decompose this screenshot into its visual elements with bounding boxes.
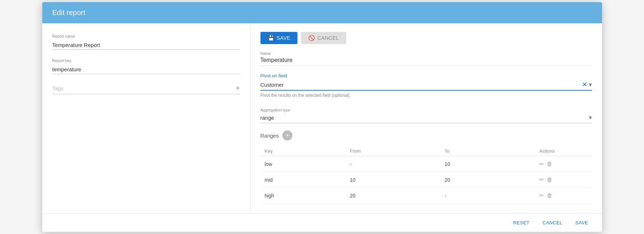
pivot-label: Pivot on field <box>260 73 592 78</box>
delete-range-button[interactable]: 🗑 <box>547 192 553 199</box>
range-from: 10 <box>345 172 440 188</box>
footer-reset-button[interactable]: RESET <box>509 218 533 228</box>
save-label: SAVE <box>277 35 290 41</box>
pivot-field-row: Customer ✕ ▾ <box>260 81 592 91</box>
col-header-key: Key <box>260 146 346 156</box>
dialog-header: Edit report <box>42 2 602 23</box>
pivot-field-value: Customer <box>260 82 582 88</box>
range-actions: ✏ 🗑 <box>535 172 592 188</box>
cancel-button[interactable]: 🚫 CANCEL <box>301 32 346 44</box>
pivot-clear-icon[interactable]: ✕ <box>582 81 587 89</box>
add-range-button[interactable]: + <box>282 130 292 140</box>
report-name-input[interactable] <box>52 40 240 50</box>
ranges-table: Key From To Actions low - 10 ✏ 🗑 mid 1 <box>260 146 592 204</box>
edit-range-button[interactable]: ✏ <box>539 192 544 199</box>
pivot-field-actions: ✕ ▾ <box>582 81 592 89</box>
range-to: - <box>440 188 535 204</box>
action-buttons: 💾 SAVE 🚫 CANCEL <box>260 32 592 44</box>
table-row: low - 10 ✏ 🗑 <box>260 156 592 172</box>
agg-section: Aggregation type range ▾ <box>260 108 592 130</box>
range-key: high <box>260 188 346 204</box>
table-row: high 20 - ✏ 🗑 <box>260 188 592 204</box>
save-icon: 💾 <box>268 35 275 41</box>
ranges-header: Ranges + <box>260 130 592 140</box>
left-panel: Report name Report key Tags + <box>42 23 250 213</box>
dialog-title: Edit report <box>52 9 592 17</box>
range-key: mid <box>260 172 346 188</box>
range-from: - <box>345 156 440 172</box>
ranges-title: Ranges <box>260 133 279 139</box>
edit-report-dialog: Edit report Report name Report key Tags … <box>42 2 602 232</box>
edit-range-button[interactable]: ✏ <box>539 161 544 167</box>
agg-value: range <box>260 115 589 121</box>
agg-label: Aggregation type <box>260 108 592 112</box>
report-name-group: Report name <box>52 34 240 50</box>
report-key-input[interactable] <box>52 65 240 74</box>
cancel-icon: 🚫 <box>308 35 315 41</box>
add-tag-icon[interactable]: + <box>236 84 240 92</box>
range-actions: ✏ 🗑 <box>535 188 592 204</box>
agg-select-row[interactable]: range ▾ <box>260 114 592 123</box>
dialog-footer: RESET CANCEL SAVE <box>42 213 602 232</box>
report-key-label: Report key <box>52 58 240 63</box>
name-label: Name <box>260 51 592 56</box>
table-row: mid 10 20 ✏ 🗑 <box>260 172 592 188</box>
tags-placeholder: Tags <box>52 85 236 91</box>
tags-group: Tags + <box>52 83 240 94</box>
name-section: Name Temperature <box>260 51 592 66</box>
range-to: 20 <box>440 172 535 188</box>
pivot-chevron-icon[interactable]: ▾ <box>589 81 592 89</box>
name-value: Temperature <box>260 57 592 66</box>
pivot-section: Pivot on field Customer ✕ ▾ Pivot the re… <box>260 73 592 102</box>
col-header-actions: Actions <box>535 146 592 156</box>
save-button[interactable]: 💾 SAVE <box>260 32 298 44</box>
cancel-label: CANCEL <box>318 35 339 41</box>
ranges-table-body: low - 10 ✏ 🗑 mid 10 20 ✏ 🗑 high 20 - <box>260 156 592 204</box>
delete-range-button[interactable]: 🗑 <box>547 177 553 183</box>
footer-save-button[interactable]: SAVE <box>572 218 592 228</box>
edit-range-button[interactable]: ✏ <box>539 176 544 183</box>
col-header-to: To <box>440 146 535 156</box>
delete-range-button[interactable]: 🗑 <box>547 161 553 167</box>
right-panel: 💾 SAVE 🚫 CANCEL Name Temperature Pivot o… <box>250 23 602 213</box>
tags-row: Tags + <box>52 83 240 94</box>
dialog-body: Report name Report key Tags + 💾 SAVE <box>42 23 602 213</box>
ranges-table-header: Key From To Actions <box>260 146 592 156</box>
range-actions: ✏ 🗑 <box>535 156 592 172</box>
footer-cancel-button[interactable]: CANCEL <box>539 218 566 228</box>
agg-chevron-icon[interactable]: ▾ <box>589 114 592 121</box>
report-name-label: Report name <box>52 34 240 38</box>
pivot-hint: Pivot the results on the selected field … <box>260 93 592 98</box>
add-range-icon: + <box>286 132 290 139</box>
range-to: 10 <box>440 156 535 172</box>
col-header-from: From <box>345 146 440 156</box>
range-from: 20 <box>345 188 440 204</box>
range-key: low <box>260 156 346 172</box>
report-key-group: Report key <box>52 58 240 74</box>
